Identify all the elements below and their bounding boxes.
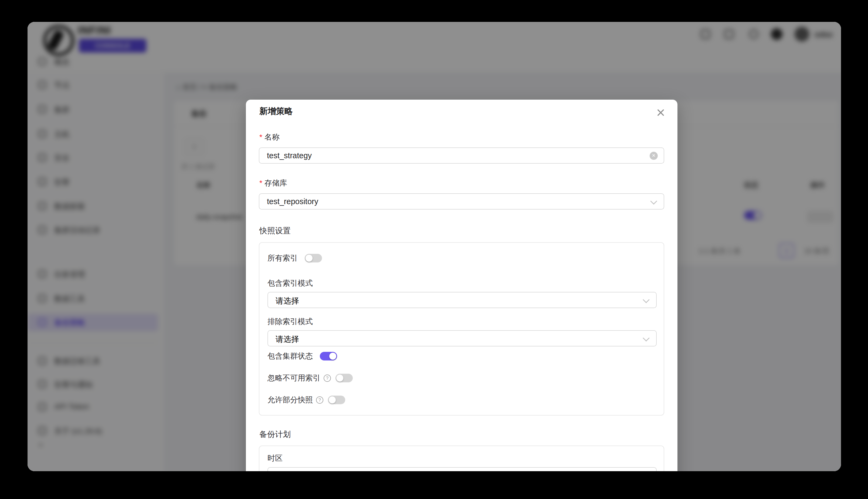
allow-partial-label: 允许部分快照 xyxy=(268,395,313,404)
repository-label: 存储库 xyxy=(259,179,287,188)
snapshot-settings-panel: 所有索引 包含索引模式 请选择 排除索引模式 请选择 包含集群状态 忽略不可用索… xyxy=(259,242,664,416)
add-strategy-modal: 新增策略 名称 test_strategy × 存储库 test_reposit… xyxy=(246,100,678,471)
question-circle-icon[interactable]: ? xyxy=(324,375,331,382)
chevron-down-icon xyxy=(650,198,657,204)
all-indices-toggle[interactable] xyxy=(305,254,322,263)
all-indices-label: 所有索引 xyxy=(268,254,298,263)
app-window: INFINI CONSOLE infini 概览 节点 集群 主机 xyxy=(27,22,841,471)
repository-select[interactable]: test_repository xyxy=(259,193,664,209)
exclude-patterns-label: 排除索引模式 xyxy=(268,317,313,326)
repository-value: test_repository xyxy=(267,197,318,206)
close-icon[interactable] xyxy=(655,107,667,119)
timezone-select[interactable]: (GMT+8:00) Beijing, Chongqing, Hong Kong… xyxy=(268,467,657,471)
name-input[interactable]: test_strategy × xyxy=(259,147,664,163)
cluster-state-label: 包含集群状态 xyxy=(268,352,313,361)
exclude-patterns-placeholder: 请选择 xyxy=(275,334,299,345)
ignore-unavailable-label: 忽略不可用索引 xyxy=(268,374,320,382)
backup-plan-panel: 时区 (GMT+8:00) Beijing, Chongqing, Hong K… xyxy=(259,446,664,471)
timezone-label: 时区 xyxy=(268,454,283,463)
exclude-patterns-select[interactable]: 请选择 xyxy=(268,330,657,346)
cluster-state-toggle[interactable] xyxy=(320,352,337,361)
modal-title: 新增策略 xyxy=(259,106,293,117)
snapshot-section-title: 快照设置 xyxy=(259,226,291,235)
include-patterns-placeholder: 请选择 xyxy=(275,296,299,306)
ignore-unavailable-toggle[interactable] xyxy=(335,374,353,382)
allow-partial-toggle[interactable] xyxy=(328,395,345,404)
chevron-down-icon xyxy=(643,296,649,303)
plan-section-title: 备份计划 xyxy=(259,430,291,439)
clear-icon[interactable]: × xyxy=(650,152,658,160)
include-patterns-select[interactable]: 请选择 xyxy=(268,292,657,308)
name-value: test_strategy xyxy=(267,151,312,160)
include-patterns-label: 包含索引模式 xyxy=(268,279,313,288)
chevron-down-icon xyxy=(643,334,649,341)
name-label: 名称 xyxy=(259,133,280,142)
question-circle-icon[interactable]: ? xyxy=(316,397,323,404)
